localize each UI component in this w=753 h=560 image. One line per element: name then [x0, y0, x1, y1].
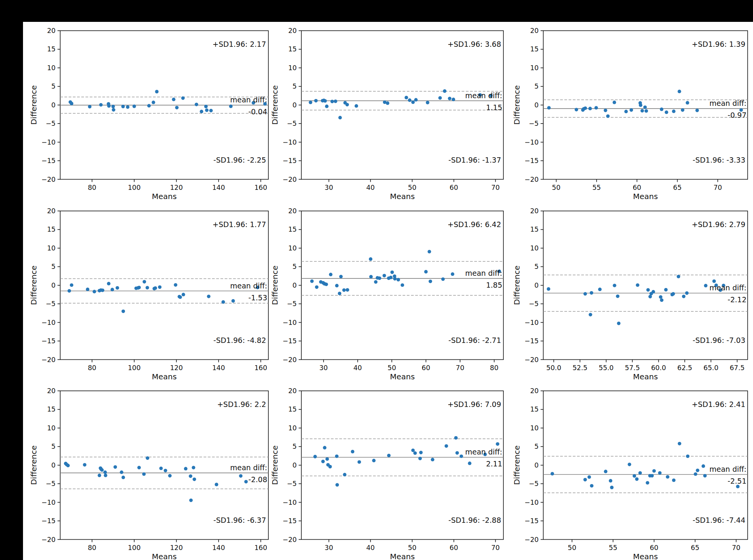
y-tick-label: 0: [534, 461, 539, 469]
data-point: [650, 474, 654, 478]
data-point: [646, 481, 649, 484]
data-point: [652, 469, 656, 473]
data-point: [609, 479, 612, 483]
data-point: [694, 472, 697, 476]
data-point: [658, 471, 661, 474]
data-point: [736, 485, 740, 488]
y-tick-label: 15: [530, 405, 539, 413]
data-point: [702, 464, 705, 468]
mean-diff-label: mean diff:: [709, 465, 746, 473]
data-point: [590, 484, 594, 488]
data-point: [635, 477, 638, 481]
limit-lines: [543, 456, 748, 492]
y-tick-label: 10: [530, 424, 539, 432]
y-tick-label: −5: [529, 480, 539, 488]
y-axis-title: Difference: [512, 445, 521, 485]
y-tick-label: 20: [530, 387, 539, 395]
data-point: [584, 478, 587, 481]
y-tick-label: −10: [524, 499, 539, 506]
x-tick-label: 60: [650, 544, 658, 552]
x-tick-label: 55: [609, 544, 617, 552]
data-point: [686, 455, 689, 458]
x-axis: 5055606570: [568, 540, 740, 552]
data-point: [696, 469, 699, 472]
x-tick-label: 50: [568, 544, 576, 552]
x-tick-label: 65: [691, 544, 699, 552]
y-axis: −20−15−10−505101520: [524, 387, 543, 544]
y-tick-label: −15: [524, 517, 539, 525]
data-point: [610, 486, 613, 489]
data-point: [604, 470, 607, 473]
y-tick-label: −20: [524, 536, 539, 544]
y-tick-label: 5: [534, 443, 539, 450]
bland-altman-panel-8: −20−15−10−505101520 5055606570 +SD1.96: …: [0, 0, 753, 560]
upper-limit-label: +SD1.96: 2.41: [692, 400, 745, 408]
data-point: [703, 474, 707, 478]
lower-limit-label: -SD1.96: -7.44: [693, 516, 745, 524]
figure-window: −20−15−10−505101520 80100120140160 +SD1.…: [0, 0, 753, 560]
x-tick-label: 70: [732, 544, 740, 552]
data-point: [628, 463, 631, 466]
x-axis-title: Means: [633, 552, 658, 560]
mean-diff-value: -2.51: [728, 477, 746, 485]
data-point: [638, 471, 642, 474]
data-point: [672, 478, 676, 482]
data-point: [551, 472, 554, 475]
data-point: [666, 475, 669, 479]
data-point: [633, 474, 636, 478]
data-point: [587, 475, 591, 479]
data-point: [678, 442, 681, 445]
